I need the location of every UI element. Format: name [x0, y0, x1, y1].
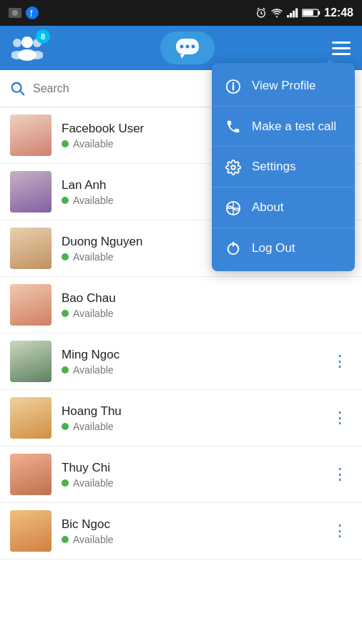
status-time: 12:48 [324, 6, 353, 19]
dropdown-item-about[interactable]: About [212, 189, 355, 226]
avatar [10, 228, 52, 269]
avatar [10, 284, 52, 326]
status-text: Available [73, 308, 114, 319]
contact-name: Hoang Thu [62, 404, 328, 419]
dropdown-item-view-profile[interactable]: View Profile [212, 67, 355, 104]
dropdown-item-label: About [252, 200, 283, 215]
logout-icon [225, 241, 241, 257]
dropdown-item-test-call[interactable]: Make a test call [212, 108, 355, 145]
status-dot [62, 536, 69, 543]
status-dot [62, 197, 69, 204]
svg-point-27 [233, 82, 235, 84]
fb-icon: f [26, 6, 39, 19]
contact-item[interactable]: Ming Ngoc Available ⋮ [0, 333, 362, 390]
status-icons: 12:48 [255, 6, 353, 19]
more-options-button[interactable]: ⋮ [328, 406, 352, 430]
contact-item[interactable]: Thuy Chi Available ⋮ [0, 447, 362, 503]
contact-info: Hoang Thu Available [62, 404, 328, 432]
svg-point-28 [231, 165, 235, 170]
contact-name: Thuy Chi [62, 461, 328, 475]
dropdown-item-icon [225, 118, 242, 135]
contact-status: Available [62, 477, 328, 489]
hamburger-line-2 [332, 47, 351, 49]
status-bar: f 12:48 [0, 0, 362, 26]
more-options-button[interactable]: ⋮ [328, 349, 352, 374]
phone-icon [225, 119, 241, 135]
contacts-icon-group[interactable]: 8 [11, 35, 43, 61]
contact-status: Available [62, 308, 352, 319]
contact-status: Available [62, 534, 328, 545]
svg-rect-5 [287, 15, 289, 17]
status-bar-left: f [9, 6, 39, 19]
dropdown-divider [212, 106, 355, 107]
chat-icon-wrapper[interactable] [160, 31, 215, 64]
status-text: Available [73, 195, 114, 206]
dropdown-item-logout[interactable]: Log Out [212, 230, 355, 267]
contact-status: Available [62, 364, 328, 376]
dropdown-divider [212, 228, 355, 228]
status-text: Available [73, 477, 114, 489]
contact-name: Bic Ngoc [62, 517, 328, 532]
dropdown-item-label: Make a test call [252, 119, 336, 134]
contact-info: Bao Chau Available [62, 291, 352, 319]
status-text: Available [73, 138, 114, 150]
contact-status: Available [62, 421, 328, 432]
dropdown-divider [212, 187, 355, 187]
status-text: Available [73, 534, 114, 545]
status-dot [62, 366, 69, 374]
dropdown-item-settings[interactable]: Settings [212, 148, 355, 185]
contact-item[interactable]: Bao Chau Available [0, 277, 362, 333]
alarm-icon [255, 7, 267, 19]
hamburger-menu[interactable] [332, 42, 351, 55]
contact-name: Ming Ngoc [62, 348, 328, 362]
chat-icon [175, 37, 200, 59]
dropdown-item-label: View Profile [252, 79, 315, 93]
svg-marker-19 [180, 54, 185, 59]
svg-point-21 [186, 45, 190, 49]
dropdown-item-icon [225, 158, 242, 175]
status-text: Available [73, 364, 114, 376]
dropdown-item-icon [225, 199, 242, 216]
wifi-icon [270, 8, 283, 18]
avatar [10, 114, 52, 156]
settings-icon [225, 160, 241, 175]
contact-item[interactable]: Bic Ngoc Available ⋮ [0, 503, 362, 560]
svg-point-14 [13, 39, 21, 47]
contact-info: Bic Ngoc Available [62, 517, 328, 545]
svg-line-24 [20, 91, 24, 94]
svg-point-1 [12, 10, 18, 16]
more-options-button[interactable]: ⋮ [328, 462, 352, 487]
contact-info: Thuy Chi Available [62, 461, 328, 489]
dropdown-divider [212, 146, 355, 147]
avatar [10, 510, 52, 552]
signal-icon [287, 8, 298, 18]
contact-item[interactable]: Hoang Thu Available ⋮ [0, 390, 362, 447]
dropdown-item-label: Log Out [252, 241, 295, 255]
about-icon [225, 200, 241, 216]
svg-rect-10 [318, 11, 320, 15]
photo-icon [9, 8, 21, 18]
battery-icon [302, 8, 321, 18]
contact-name: Bao Chau [62, 291, 352, 306]
svg-point-12 [21, 36, 33, 48]
contact-info: Ming Ngoc Available [62, 348, 328, 376]
more-options-button[interactable]: ⋮ [328, 519, 352, 543]
status-dot [62, 140, 69, 147]
avatar [10, 171, 52, 213]
status-dot [62, 310, 69, 317]
avatar [10, 341, 52, 382]
dropdown-menu: View Profile Make a test call Settings A… [212, 63, 355, 271]
status-dot [62, 423, 69, 430]
svg-rect-6 [290, 13, 292, 17]
svg-point-22 [192, 45, 195, 49]
status-dot [62, 479, 69, 487]
search-icon [10, 81, 26, 97]
status-text: Available [73, 251, 114, 263]
dropdown-item-icon [225, 240, 242, 257]
hamburger-line-1 [332, 42, 351, 44]
dropdown-item-icon [225, 77, 242, 94]
avatar [10, 397, 52, 439]
notification-badge: 8 [36, 29, 50, 44]
svg-rect-11 [303, 10, 313, 15]
info-icon [225, 79, 241, 94]
